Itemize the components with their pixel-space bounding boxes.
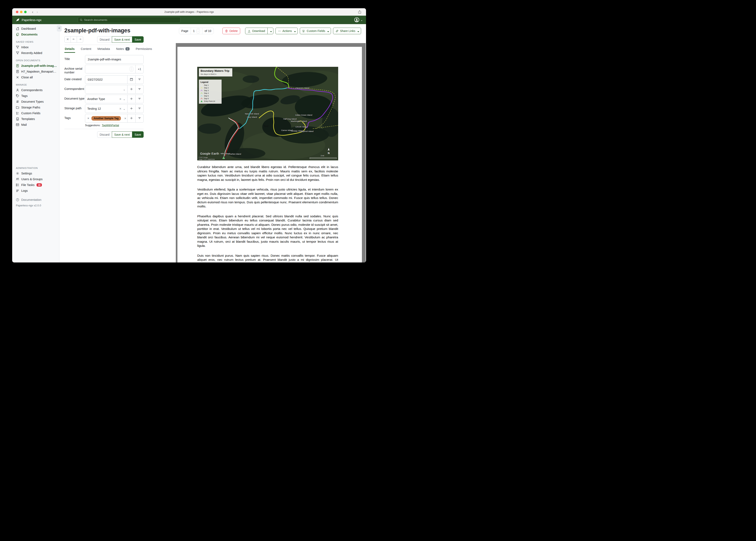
browser-back-icon[interactable]: ‹ xyxy=(32,10,33,14)
chevron-down-icon[interactable] xyxy=(123,98,125,100)
date-filter-button[interactable] xyxy=(135,75,144,84)
sidebar-item-file-tasks[interactable]: File Tasks16 xyxy=(12,182,59,188)
clear-icon[interactable]: ✕ xyxy=(119,98,122,101)
sidebar-item-users-groups[interactable]: Users & Groups xyxy=(12,176,59,182)
custom-fields-button[interactable]: Custom Fields xyxy=(300,28,331,34)
field-label-date-created: Date created xyxy=(64,75,85,84)
title-field[interactable] xyxy=(85,55,144,64)
add-tag-button[interactable] xyxy=(127,114,136,123)
sidebar-item-tags[interactable]: Tags xyxy=(12,93,59,99)
calendar-button[interactable] xyxy=(127,75,136,84)
correspondent-filter-button[interactable] xyxy=(135,85,144,94)
mail-icon xyxy=(16,123,19,126)
actions-button[interactable]: Actions xyxy=(275,28,298,34)
sidebar-item-logs[interactable]: Logs xyxy=(12,188,59,194)
search-input[interactable] xyxy=(84,18,178,21)
add-document-type-button[interactable] xyxy=(127,95,136,103)
share-icon[interactable] xyxy=(358,10,361,14)
island-label: Half Dog Island xyxy=(283,118,297,120)
number-stepper[interactable]: ⌃⌄ xyxy=(130,66,133,72)
collapse-sidebar-button[interactable] xyxy=(57,25,62,32)
clear-icon[interactable]: ✕ xyxy=(124,117,126,120)
search-box[interactable] xyxy=(78,17,181,23)
tab-label: Metadata xyxy=(97,47,110,51)
document-type-filter-button[interactable] xyxy=(135,95,144,103)
document-type-select[interactable]: Another Type ✕ xyxy=(85,95,128,103)
save-and-next-button[interactable]: Save & next xyxy=(112,36,132,43)
page-control: Page 1 ⌃⌄ of 10 xyxy=(179,28,214,34)
minimize-window-button[interactable] xyxy=(20,11,22,13)
north-arrow-icon: N xyxy=(327,148,330,155)
sidebar-item-settings[interactable]: Settings xyxy=(12,171,59,176)
close-document-button[interactable] xyxy=(64,36,71,43)
sidebar-item-h7-napoleon-bonaparte-zadanie[interactable]: H7_Napoleon_Bonaparte_zadanie xyxy=(12,69,59,74)
save-button[interactable]: Save xyxy=(132,131,144,138)
field-label-title: Title xyxy=(64,55,85,64)
add-correspondent-button[interactable] xyxy=(127,85,136,94)
sidebar-item-close-all[interactable]: Close all xyxy=(12,74,59,80)
close-window-button[interactable] xyxy=(16,11,18,13)
field-label-correspondent: Correspondent xyxy=(64,85,85,94)
delete-button[interactable]: Delete xyxy=(222,28,240,34)
chevron-down-icon[interactable] xyxy=(123,88,125,90)
tab-notes[interactable]: Notes1 xyxy=(116,45,130,53)
field-label-tags: Tags xyxy=(64,114,85,123)
tab-details[interactable]: Details xyxy=(64,45,75,53)
sidebar-item-inbox[interactable]: Inbox xyxy=(12,44,59,50)
save-button[interactable]: Save xyxy=(132,36,144,43)
sidebar-item-label: Correspondents xyxy=(21,89,43,92)
sidebar-item-dashboard[interactable]: Dashboard xyxy=(12,26,59,32)
clear-icon[interactable]: ✕ xyxy=(119,107,122,110)
discard-button[interactable]: Discard xyxy=(97,131,112,138)
pdf-viewer-frame[interactable]: Boundary Waters Trip Six days in BWCA Le… xyxy=(176,43,366,263)
file-text-icon xyxy=(16,64,19,67)
sidebar-item-templates[interactable]: Templates xyxy=(12,116,59,122)
download-dropdown-button[interactable] xyxy=(267,28,273,34)
sidebar-item-documents[interactable]: Documents xyxy=(12,32,59,37)
sidebar-item-document-types[interactable]: Document Types xyxy=(12,99,59,105)
share-links-button[interactable]: Share Links xyxy=(333,28,361,34)
page-number-input[interactable]: 1 xyxy=(193,29,195,33)
user-menu[interactable] xyxy=(354,17,363,22)
asn-plus-one-button[interactable]: +1 xyxy=(135,65,144,73)
save-and-next-button[interactable]: Save & next xyxy=(112,131,132,138)
browser-forward-icon[interactable]: › xyxy=(37,10,38,14)
save-group-top: Discard Save & next Save xyxy=(97,36,144,43)
paw-icon xyxy=(201,87,203,89)
zoom-window-button[interactable] xyxy=(24,11,27,13)
sidebar-item-2sample-pdf-with-images[interactable]: 2sample-pdf-with-images xyxy=(12,63,59,69)
tags-select[interactable]: ✕ Another Sample Tag ✕ xyxy=(85,114,128,123)
chevron-down-icon[interactable] xyxy=(123,108,125,110)
close-icon xyxy=(16,76,19,79)
storage-path-filter-button[interactable] xyxy=(135,104,144,113)
storage-path-select[interactable]: Testing 12 ✕ xyxy=(85,104,128,113)
tab-metadata[interactable]: Metadata xyxy=(97,45,110,53)
island-label: Gary Island xyxy=(247,116,257,118)
remove-tag-icon[interactable]: ✕ xyxy=(87,117,89,120)
asn-field[interactable]: ⌃⌄ xyxy=(85,65,136,73)
correspondent-select[interactable] xyxy=(85,85,128,94)
plus-icon xyxy=(130,97,133,101)
suggestion-link[interactable]: TagWithPartial xyxy=(102,124,119,127)
previous-document-button[interactable] xyxy=(71,36,77,43)
sidebar-item-storage-paths[interactable]: Storage Paths xyxy=(12,105,59,110)
add-storage-path-button[interactable] xyxy=(127,104,136,113)
sidebar-item-documentation[interactable]: Documentation xyxy=(12,197,59,203)
sidebar-item-custom-fields[interactable]: Custom Fields xyxy=(12,110,59,116)
link-icon xyxy=(335,30,339,33)
next-document-button[interactable] xyxy=(77,36,83,43)
sidebar-item-mail[interactable]: Mail xyxy=(12,122,59,128)
tab-label: Notes xyxy=(116,47,124,51)
page-stepper[interactable]: ⌃⌄ xyxy=(196,28,200,34)
document-paragraph: Phasellus dapibus quam a hendrerit place… xyxy=(197,214,338,248)
sidebar-item-correspondents[interactable]: Correspondents xyxy=(12,87,59,93)
sidebar-item-label: H7_Napoleon_Bonaparte_zadanie xyxy=(21,70,57,73)
tab-content[interactable]: Content xyxy=(80,45,92,53)
tags-filter-button[interactable] xyxy=(135,114,144,123)
plus-icon xyxy=(130,107,133,111)
download-button[interactable]: Download xyxy=(245,28,267,34)
discard-button[interactable]: Discard xyxy=(97,36,112,43)
sidebar-item-recently-added[interactable]: Recently Added xyxy=(12,50,59,56)
date-created-field[interactable] xyxy=(85,75,128,84)
button-label: Download xyxy=(252,29,265,33)
